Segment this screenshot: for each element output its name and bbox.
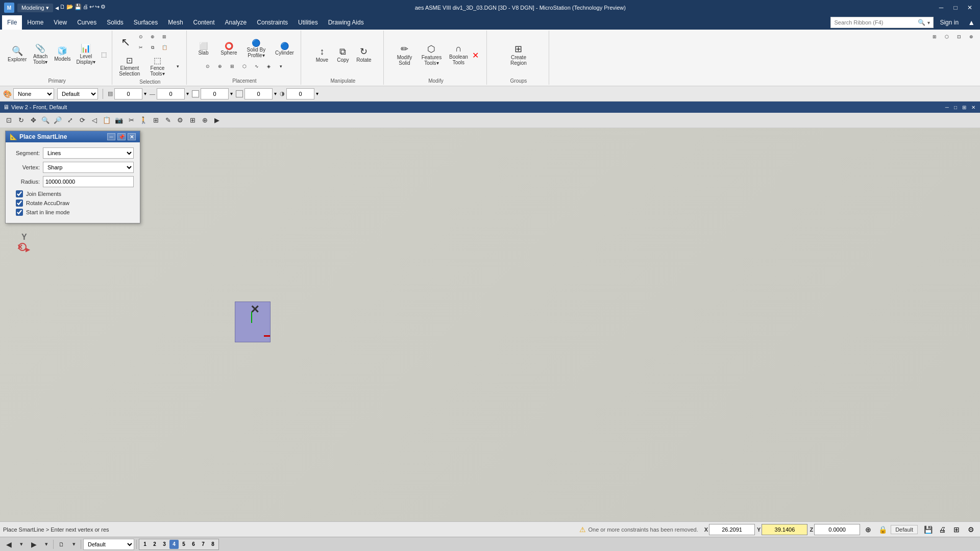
- toolbar-icon-3[interactable]: 📂: [66, 4, 74, 12]
- print-status-icon[interactable]: 🖨: [936, 523, 948, 536]
- toolbar-icon-7[interactable]: ↪: [95, 4, 100, 12]
- lw-input[interactable]: [157, 88, 185, 99]
- placement-small-7[interactable]: ▾: [276, 61, 287, 71]
- ribbon-level-expand[interactable]: ⬚: [99, 50, 109, 59]
- toolbar-icon-8[interactable]: ⚙: [101, 4, 106, 12]
- cut-btn[interactable]: ✂: [135, 42, 146, 53]
- menu-home[interactable]: Home: [22, 15, 48, 30]
- view-tool-settings[interactable]: ⚙: [175, 115, 186, 126]
- color-dropdown-icon[interactable]: ▾: [230, 91, 233, 96]
- join-elements-checkbox[interactable]: [16, 190, 23, 197]
- menu-utilities[interactable]: Utilities: [293, 15, 323, 30]
- ribbon-move[interactable]: ↕ Move: [312, 45, 332, 64]
- move-icon-btn[interactable]: ⊕: [147, 32, 158, 42]
- nav-back-button[interactable]: ◀: [3, 539, 15, 550]
- toolbar-icon-1[interactable]: ◂: [55, 4, 59, 12]
- view-tool-fit[interactable]: ⤢: [64, 115, 76, 126]
- ribbon-solid-by-profile[interactable]: 🔵 Solid ByProfile▾: [242, 37, 270, 60]
- save-status-icon[interactable]: 💾: [922, 523, 934, 536]
- y-coord-input[interactable]: [762, 524, 807, 535]
- transp-input[interactable]: [286, 88, 314, 99]
- ribbon-features-tools[interactable]: ⬡ FeaturesTools▾: [418, 42, 445, 67]
- fill-input[interactable]: [244, 88, 273, 99]
- ribbon-create-region[interactable]: ⊞ CreateRegion: [508, 42, 529, 67]
- menu-solids[interactable]: Solids: [102, 15, 129, 30]
- ribbon-cylinder[interactable]: 🔵 Cylinder: [271, 40, 298, 57]
- transp-dropdown-icon[interactable]: ▾: [316, 91, 318, 96]
- search-input[interactable]: [834, 19, 916, 26]
- rotate-accudraw-label[interactable]: Rotate AccuDraw: [26, 200, 69, 206]
- dialog-close-button[interactable]: ✕: [128, 133, 136, 140]
- ribbon-rotate[interactable]: ↻ Rotate: [354, 44, 374, 64]
- view-tool-zoom-in[interactable]: 🔍: [40, 115, 51, 126]
- snap-icon-btn[interactable]: ⊕: [862, 523, 874, 536]
- dialog-pin-button[interactable]: 📌: [117, 133, 126, 140]
- view-tool-more[interactable]: ▶: [211, 115, 223, 126]
- ribbon-element-selection[interactable]: ⊡ ElementSelection: [116, 54, 142, 78]
- maximize-button[interactable]: □: [949, 3, 962, 13]
- lock-icon-btn[interactable]: 🔒: [876, 523, 889, 536]
- ribbon-level-display[interactable]: 📊 LevelDisplay▾: [74, 43, 99, 66]
- color-input[interactable]: [201, 88, 229, 99]
- copy-btn[interactable]: ⧉: [147, 42, 158, 53]
- join-elements-label[interactable]: Join Elements: [26, 191, 61, 197]
- nav-forward-dropdown[interactable]: ▾: [42, 539, 51, 550]
- placement-small-1[interactable]: ⊙: [202, 61, 213, 71]
- sign-in-button[interactable]: Sign in: [934, 19, 965, 26]
- placement-small-6[interactable]: ◈: [263, 61, 275, 71]
- level-dropdown-icon[interactable]: ▾: [144, 91, 146, 96]
- menu-drawing-aids[interactable]: Drawing Aids: [323, 15, 369, 30]
- z-coord-input[interactable]: [814, 524, 860, 535]
- placement-small-4[interactable]: ⬡: [239, 61, 250, 71]
- view-num-2[interactable]: 2: [150, 540, 159, 549]
- toolbar-icon-4[interactable]: 💾: [75, 4, 82, 12]
- nav-models-dropdown[interactable]: ▾: [69, 539, 79, 550]
- nav-back-dropdown[interactable]: ▾: [17, 539, 26, 550]
- ribbon-attach-tools[interactable]: 📎 AttachTools▾: [30, 43, 51, 66]
- view-restore[interactable]: □: [952, 104, 959, 111]
- ribbon-sphere[interactable]: ⭕ Sphere: [216, 40, 241, 57]
- view-close[interactable]: ✕: [970, 104, 977, 111]
- vertex-select[interactable]: Sharp Rounded Chamfered: [43, 162, 134, 173]
- settings-status-icon[interactable]: ⚙: [965, 523, 977, 536]
- view-num-1[interactable]: 1: [140, 540, 150, 549]
- view-num-7[interactable]: 7: [199, 540, 208, 549]
- start-line-mode-label[interactable]: Start in line mode: [26, 209, 70, 215]
- view-tool-previous[interactable]: ◁: [89, 115, 100, 126]
- ribbon-extra-3[interactable]: ⊡: [953, 32, 965, 42]
- paste-btn[interactable]: 📋: [159, 42, 170, 53]
- view-tool-walk[interactable]: 🚶: [138, 115, 149, 126]
- minimize-button[interactable]: ─: [935, 3, 947, 13]
- view-tool-zoom-out[interactable]: 🔎: [52, 115, 63, 126]
- rotate-icon-btn[interactable]: ⊙: [135, 32, 146, 42]
- view-num-5[interactable]: 5: [179, 540, 188, 549]
- ribbon-modify-solid[interactable]: ✏ ModifySolid: [391, 42, 418, 67]
- view-tool-update[interactable]: ⟳: [77, 115, 88, 126]
- active-style-dropdown[interactable]: Default: [57, 88, 98, 99]
- ribbon-extra-4[interactable]: ⊕: [966, 32, 977, 42]
- menu-analyze[interactable]: Analyze: [220, 15, 252, 30]
- toolbar-icon-2[interactable]: 🗋: [60, 4, 65, 12]
- placement-small-3[interactable]: ⊞: [227, 61, 238, 71]
- view-tool-section[interactable]: ⊞: [150, 115, 161, 126]
- menu-view[interactable]: View: [48, 15, 72, 30]
- lw-dropdown-icon[interactable]: ▾: [186, 91, 189, 96]
- nav-model-dropdown[interactable]: Default: [83, 539, 134, 550]
- nav-models-icon[interactable]: 🗋: [56, 539, 67, 550]
- view-tool-rotate[interactable]: ↻: [15, 115, 27, 126]
- ribbon-extra-2[interactable]: ⬡: [941, 32, 952, 42]
- placement-small-2[interactable]: ⊕: [214, 61, 226, 71]
- view-tool-snap[interactable]: ⊕: [199, 115, 210, 126]
- view-num-6[interactable]: 6: [189, 540, 198, 549]
- x-coord-input[interactable]: [709, 524, 755, 535]
- menu-surfaces[interactable]: Surfaces: [129, 15, 163, 30]
- fill-dropdown-icon[interactable]: ▾: [274, 91, 277, 96]
- ribbon-explorer[interactable]: 🔍 Explorer: [5, 45, 29, 64]
- ribbon-extra-1[interactable]: ⊞: [929, 32, 940, 42]
- view-tool-grid[interactable]: ⊞: [187, 115, 198, 126]
- menu-mesh[interactable]: Mesh: [163, 15, 188, 30]
- close-modify-icon[interactable]: ✕: [472, 51, 480, 59]
- ribbon-slab[interactable]: ⬜ Slab: [191, 40, 215, 57]
- menu-content[interactable]: Content: [188, 15, 220, 30]
- view-tool-named-views[interactable]: 📋: [101, 115, 112, 126]
